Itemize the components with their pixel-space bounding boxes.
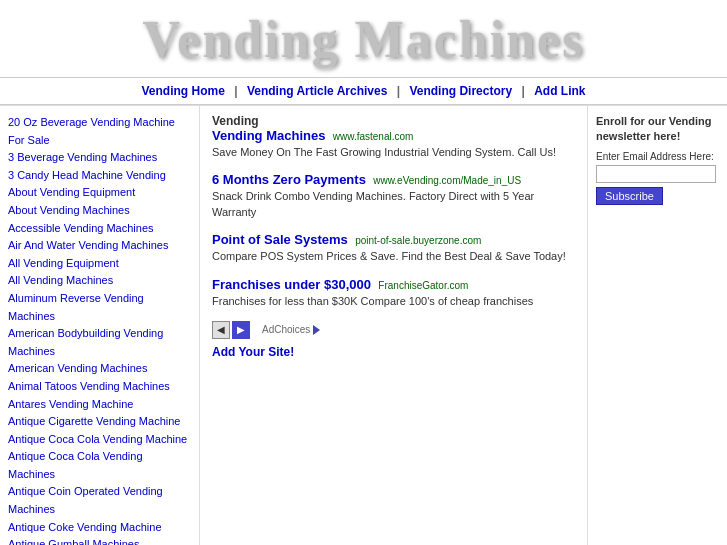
page-header: Vending Machines [0,0,727,77]
sidebar-item[interactable]: About Vending Equipment [8,184,191,202]
ad-url: point-of-sale.buyerzone.com [355,235,481,246]
ad-title[interactable]: Vending Machines [212,128,325,143]
sidebar-item[interactable]: Aluminum Reverse Vending Machines [8,290,191,325]
nav-separator-1: | [234,84,241,98]
ad-block: 6 Months Zero Payments www.eVending.com/… [212,172,575,220]
ad-url: www.fastenal.com [333,131,414,142]
sidebar-item[interactable]: Antique Coke Vending Machine [8,519,191,537]
sidebar-item[interactable]: Animal Tatoos Vending Machines [8,378,191,396]
sidebar-item[interactable]: American Vending Machines [8,360,191,378]
sidebar-item[interactable]: Antique Coin Operated Vending Machines [8,483,191,518]
sidebar-item[interactable]: 20 Oz Beverage Vending Machine For Sale [8,114,191,149]
ads-container: Vending Machines www.fastenal.com Save M… [212,128,575,309]
sidebar-item[interactable]: Antique Coca Cola Vending Machines [8,448,191,483]
sidebar-item[interactable]: Antique Cigarette Vending Machine [8,413,191,431]
sidebar-item[interactable]: Antique Coca Cola Vending Machine [8,431,191,449]
ad-title[interactable]: Franchises under $30,000 [212,277,371,292]
email-label: Enter Email Address Here: [596,151,719,162]
nav-article-archives[interactable]: Vending Article Archives [247,84,388,98]
sidebar-links: 20 Oz Beverage Vending Machine For Sale3… [8,114,191,545]
main-container: 20 Oz Beverage Vending Machine For Sale3… [0,105,727,545]
add-your-site-link[interactable]: Add Your Site! [212,345,294,359]
right-sidebar: Enroll for our Vending newsletter here! … [587,106,727,545]
sidebar-item[interactable]: Antares Vending Machine [8,396,191,414]
ad-description: Compare POS System Prices & Save. Find t… [212,249,575,264]
sidebar-item[interactable]: Antique Gumball Machines [8,536,191,545]
ad-url: www.eVending.com/Made_in_US [373,175,521,186]
ad-description: Save Money On The Fast Growing Industria… [212,145,575,160]
main-content: Vending Vending Machines www.fastenal.co… [200,106,587,545]
sidebar-item[interactable]: About Vending Machines [8,202,191,220]
nav-add-link[interactable]: Add Link [534,84,585,98]
sidebar-item[interactable]: All Vending Machines [8,272,191,290]
sidebar-item[interactable]: 3 Beverage Vending Machines [8,149,191,167]
sidebar-item[interactable]: American Bodybuilding Vending Machines [8,325,191,360]
adchoices-icon [313,325,320,335]
ad-block: Point of Sale Systems point-of-sale.buye… [212,232,575,264]
subscribe-button[interactable]: Subscribe [596,187,663,205]
sidebar-item[interactable]: Accessible Vending Machines [8,220,191,238]
nav-bar: Vending Home | Vending Article Archives … [0,77,727,105]
sidebar-item[interactable]: All Vending Equipment [8,255,191,273]
ad-title[interactable]: Point of Sale Systems [212,232,348,247]
ad-prev-button[interactable]: ◀ [212,321,230,339]
ad-url: FranchiseGator.com [378,280,468,291]
ad-description: Snack Drink Combo Vending Machines. Fact… [212,189,575,220]
nav-vending-home[interactable]: Vending Home [141,84,224,98]
ad-description: Franchises for less than $30K Compare 10… [212,294,575,309]
nav-separator-3: | [521,84,528,98]
ad-next-button[interactable]: ▶ [232,321,250,339]
adchoices-label: AdChoices [262,324,320,335]
sidebar-item[interactable]: Air And Water Vending Machines [8,237,191,255]
enroll-title: Enroll for our Vending newsletter here! [596,114,719,145]
content-section-title: Vending [212,114,575,128]
ad-navigation: ◀ ▶ AdChoices [212,321,575,339]
sidebar-item[interactable]: 3 Candy Head Machine Vending [8,167,191,185]
nav-separator-2: | [397,84,404,98]
left-sidebar: 20 Oz Beverage Vending Machine For Sale3… [0,106,200,545]
ad-block: Franchises under $30,000 FranchiseGator.… [212,277,575,309]
ad-title[interactable]: 6 Months Zero Payments [212,172,366,187]
ad-block: Vending Machines www.fastenal.com Save M… [212,128,575,160]
email-input[interactable] [596,165,716,183]
nav-vending-directory[interactable]: Vending Directory [409,84,512,98]
site-title: Vending Machines [0,10,727,69]
